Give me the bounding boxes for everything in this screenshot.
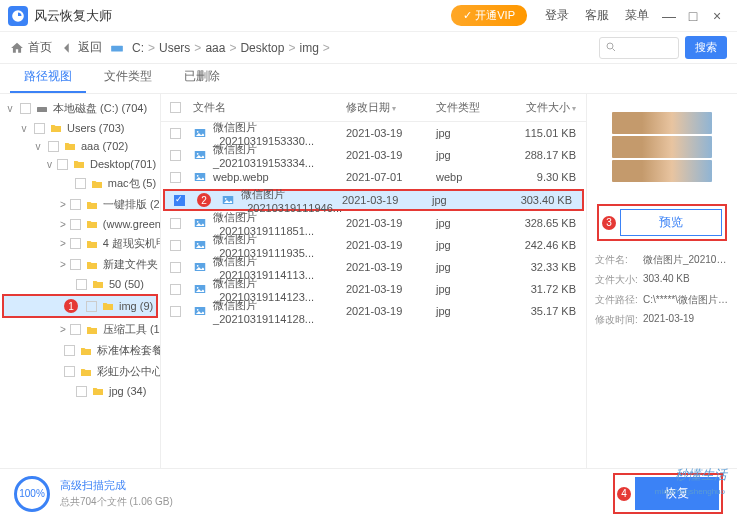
login-link[interactable]: 登录 bbox=[545, 7, 569, 24]
tree-item[interactable]: 50 (50) bbox=[0, 275, 160, 293]
tree-item[interactable]: mac包 (5) bbox=[0, 173, 160, 194]
tree-item[interactable]: v本地磁盘 (C:) (704) bbox=[0, 98, 160, 119]
col-date[interactable]: 修改日期▾ bbox=[346, 100, 436, 115]
tree-toggle[interactable]: v bbox=[46, 159, 53, 170]
tree-item[interactable]: vDesktop(701) bbox=[0, 155, 160, 173]
file-type: jpg bbox=[436, 149, 506, 161]
select-all-checkbox[interactable] bbox=[170, 102, 181, 113]
tree-item[interactable]: >4 超现实机甲线稿 (278) bbox=[0, 233, 160, 254]
file-date: 2021-03-19 bbox=[342, 194, 432, 206]
tree-label: Desktop(701) bbox=[90, 158, 156, 170]
tree-checkbox[interactable] bbox=[75, 178, 86, 189]
col-size[interactable]: 文件大小▾ bbox=[506, 100, 586, 115]
preview-panel: 3 预览 文件名:微信图片_20210319... 文件大小:303.40 KB… bbox=[587, 94, 737, 468]
tree-checkbox[interactable] bbox=[76, 279, 87, 290]
service-link[interactable]: 客服 bbox=[585, 7, 609, 24]
file-checkbox[interactable] bbox=[170, 128, 181, 139]
tree-checkbox[interactable] bbox=[48, 141, 59, 152]
maximize-button[interactable]: □ bbox=[681, 4, 705, 28]
file-row[interactable]: 2微信图片_20210319111946...2021-03-19jpg303.… bbox=[163, 189, 584, 211]
tree-toggle[interactable]: v bbox=[4, 103, 16, 114]
svg-point-15 bbox=[197, 243, 199, 245]
breadcrumb-sep: > bbox=[288, 41, 295, 55]
tree-checkbox[interactable] bbox=[70, 238, 81, 249]
tab-已删除[interactable]: 已删除 bbox=[170, 62, 234, 93]
breadcrumb-item[interactable]: img bbox=[299, 41, 318, 55]
tree-toggle[interactable]: v bbox=[32, 141, 44, 152]
tree-item[interactable]: >(www.greenxf.com) (1) (... bbox=[0, 215, 160, 233]
home-button[interactable]: 首页 bbox=[10, 39, 52, 56]
tree-item[interactable]: >一键排版 (215) bbox=[0, 194, 160, 215]
menu-link[interactable]: 菜单 bbox=[625, 7, 649, 24]
col-name[interactable]: 文件名 bbox=[189, 100, 346, 115]
tree-toggle[interactable]: > bbox=[60, 324, 66, 335]
svg-rect-3 bbox=[37, 107, 47, 112]
home-icon bbox=[10, 41, 24, 55]
breadcrumb-sep: > bbox=[194, 41, 201, 55]
meta-date-val: 2021-03-19 bbox=[643, 313, 694, 327]
tree-checkbox[interactable] bbox=[64, 366, 75, 377]
breadcrumb-item[interactable]: C: bbox=[132, 41, 144, 55]
breadcrumb-item[interactable]: Users bbox=[159, 41, 190, 55]
file-checkbox[interactable] bbox=[170, 172, 181, 183]
tree-checkbox[interactable] bbox=[57, 159, 68, 170]
tree-item[interactable]: 标准体检套餐-上海版 (1) bbox=[0, 340, 160, 361]
tree-toggle[interactable]: v bbox=[18, 123, 30, 134]
watermark-sub: miaodongshenghuo bbox=[655, 487, 725, 496]
file-checkbox[interactable] bbox=[170, 218, 181, 229]
search-button[interactable]: 搜索 bbox=[685, 36, 727, 59]
back-button[interactable]: 返回 bbox=[60, 39, 102, 56]
tree-toggle[interactable]: > bbox=[60, 259, 66, 270]
tree-item[interactable]: jpg (34) bbox=[0, 382, 160, 400]
file-checkbox[interactable] bbox=[170, 240, 181, 251]
tree-checkbox[interactable] bbox=[86, 301, 97, 312]
tree-checkbox[interactable] bbox=[76, 386, 87, 397]
tree-item[interactable]: 1img (9) bbox=[4, 296, 156, 316]
tab-路径视图[interactable]: 路径视图 bbox=[10, 62, 86, 93]
file-type: jpg bbox=[436, 261, 506, 273]
tree-checkbox[interactable] bbox=[34, 123, 45, 134]
file-row[interactable]: 微信图片_20210319114128...2021-03-19jpg35.17… bbox=[161, 300, 586, 322]
tree-checkbox[interactable] bbox=[70, 259, 81, 270]
tree-item[interactable]: vUsers (703) bbox=[0, 119, 160, 137]
tree-item[interactable]: 彩虹办公中心 bbox=[0, 361, 160, 382]
tree-item[interactable]: >压缩工具 (16) bbox=[0, 319, 160, 340]
tree-toggle[interactable]: > bbox=[60, 238, 66, 249]
image-file-icon bbox=[193, 126, 207, 140]
tree-checkbox[interactable] bbox=[70, 324, 81, 335]
tree-checkbox[interactable] bbox=[20, 103, 31, 114]
file-checkbox[interactable] bbox=[174, 195, 185, 206]
tree-checkbox[interactable] bbox=[70, 199, 81, 210]
tree-item[interactable]: vaaa (702) bbox=[0, 137, 160, 155]
file-row[interactable]: webp.webp2021-07-01webp9.30 KB bbox=[161, 166, 586, 188]
file-date: 2021-07-01 bbox=[346, 171, 436, 183]
svg-point-17 bbox=[197, 265, 199, 267]
tree-toggle[interactable]: > bbox=[60, 219, 66, 230]
tab-文件类型[interactable]: 文件类型 bbox=[90, 62, 166, 93]
file-date: 2021-03-19 bbox=[346, 239, 436, 251]
tree-toggle[interactable]: > bbox=[60, 199, 66, 210]
col-type[interactable]: 文件类型 bbox=[436, 100, 506, 115]
tree-checkbox[interactable] bbox=[64, 345, 75, 356]
file-type: jpg bbox=[436, 283, 506, 295]
preview-button[interactable]: 预览 bbox=[620, 209, 722, 236]
file-checkbox[interactable] bbox=[170, 150, 181, 161]
file-date: 2021-03-19 bbox=[346, 261, 436, 273]
back-icon bbox=[60, 41, 74, 55]
image-file-icon bbox=[221, 193, 235, 207]
tree-item[interactable]: >新建文件夹 (46) bbox=[0, 254, 160, 275]
breadcrumb-item[interactable]: Desktop bbox=[240, 41, 284, 55]
breadcrumb-item[interactable]: aaa bbox=[205, 41, 225, 55]
file-row[interactable]: 微信图片_20210319153334...2021-03-19jpg288.1… bbox=[161, 144, 586, 166]
file-checkbox[interactable] bbox=[170, 262, 181, 273]
breadcrumb: C: > Users > aaa > Desktop > img > bbox=[132, 41, 591, 55]
vip-button[interactable]: 开通VIP bbox=[451, 5, 527, 26]
close-button[interactable]: × bbox=[705, 4, 729, 28]
minimize-button[interactable]: — bbox=[657, 4, 681, 28]
tree-checkbox[interactable] bbox=[70, 219, 81, 230]
file-checkbox[interactable] bbox=[170, 284, 181, 295]
scan-summary: 总共704个文件 (1.06 GB) bbox=[60, 495, 173, 509]
tree-label: 标准体检套餐-上海版 (1) bbox=[97, 343, 161, 358]
file-checkbox[interactable] bbox=[170, 306, 181, 317]
tree-label: 50 (50) bbox=[109, 278, 144, 290]
